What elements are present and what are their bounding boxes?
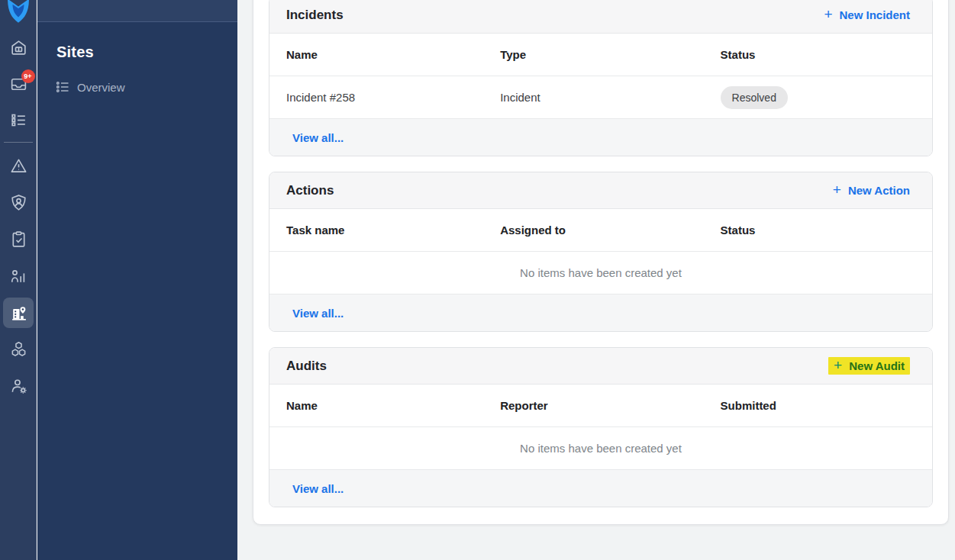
column-header: Type xyxy=(500,48,720,61)
rail-item-guard[interactable] xyxy=(0,187,37,217)
actions-card-header: Actions + New Action xyxy=(269,172,932,209)
cubes-icon xyxy=(9,340,28,359)
incident-row[interactable]: Incident #258 Incident Resolved xyxy=(269,76,932,119)
icon-rail: 9+ xyxy=(0,0,37,560)
rail-item-analytics[interactable] xyxy=(0,260,37,291)
rail-item-assets[interactable] xyxy=(0,333,37,364)
column-header: Status xyxy=(721,48,915,61)
list-icon xyxy=(55,79,70,95)
audits-empty-state: No items have been created yet xyxy=(269,427,932,470)
rail-item-sites[interactable] xyxy=(3,298,34,328)
sidebar-item-overview[interactable]: Overview xyxy=(55,79,237,95)
rail-item-inbox[interactable]: 9+ xyxy=(0,69,37,99)
checklist-icon xyxy=(9,111,28,130)
incident-name: Incident #258 xyxy=(286,91,500,104)
rail-item-home[interactable] xyxy=(0,32,37,63)
incidents-table-header: Name Type Status xyxy=(269,34,932,76)
new-audit-button[interactable]: + New Audit xyxy=(828,357,910,375)
new-incident-button[interactable]: + New Incident xyxy=(824,8,910,22)
audits-card-footer: View all... xyxy=(269,470,932,507)
actions-empty-state: No items have been created yet xyxy=(269,252,932,294)
incidents-card-header: Incidents + New Incident xyxy=(269,0,932,34)
sidebar-item-label: Overview xyxy=(77,81,125,94)
column-header: Submitted xyxy=(721,399,915,412)
actions-table-header: Task name Assigned to Status xyxy=(269,209,932,252)
app-logo[interactable] xyxy=(0,0,37,24)
incident-type: Incident xyxy=(500,91,720,104)
site-overview-panel: Incidents + New Incident Name Type Statu… xyxy=(253,0,949,525)
warning-triangle-icon xyxy=(9,156,28,175)
audits-table-header: Name Reporter Submitted xyxy=(269,385,932,427)
status-badge: Resolved xyxy=(721,86,788,109)
rail-item-warnings[interactable] xyxy=(0,150,37,181)
column-header: Name xyxy=(286,48,500,61)
notification-badge: 9+ xyxy=(21,69,35,83)
actions-card-footer: View all... xyxy=(269,294,932,331)
incidents-card: Incidents + New Incident Name Type Statu… xyxy=(269,0,933,156)
clipboard-check-icon xyxy=(9,230,28,249)
shield-logo-icon xyxy=(5,0,32,24)
audits-card-header: Audits + New Audit xyxy=(269,348,932,385)
rail-divider xyxy=(4,142,33,143)
analytics-icon xyxy=(9,266,28,285)
actions-card: Actions + New Action Task name Assigned … xyxy=(269,172,933,332)
column-header: Task name xyxy=(286,224,500,237)
sidebar-title: Sites xyxy=(56,43,237,61)
audits-view-all-link[interactable]: View all... xyxy=(292,482,344,495)
rail-item-checklist[interactable] xyxy=(0,105,37,135)
sites-building-icon xyxy=(9,304,28,323)
home-icon xyxy=(9,38,28,57)
plus-icon: + xyxy=(834,358,842,372)
sidebar-top-strip xyxy=(37,0,237,22)
sites-sidebar: Sites Overview xyxy=(37,0,237,560)
column-header: Name xyxy=(286,399,500,412)
column-header: Assigned to xyxy=(500,224,720,237)
rail-item-user-settings[interactable] xyxy=(0,370,37,401)
guard-shield-icon xyxy=(9,193,28,212)
rail-item-clipboard[interactable] xyxy=(0,224,37,254)
incidents-card-footer: View all... xyxy=(269,119,932,156)
new-action-button[interactable]: + New Action xyxy=(833,183,910,198)
card-title: Audits xyxy=(286,359,327,374)
card-title: Actions xyxy=(286,183,334,198)
audits-card: Audits + New Audit Name Reporter Submitt… xyxy=(269,347,933,507)
main-content: Incidents + New Incident Name Type Statu… xyxy=(237,0,955,560)
incidents-view-all-link[interactable]: View all... xyxy=(292,131,344,144)
plus-icon: + xyxy=(824,7,832,21)
actions-view-all-link[interactable]: View all... xyxy=(292,307,344,320)
column-header: Reporter xyxy=(500,399,720,412)
plus-icon: + xyxy=(833,182,841,197)
column-header: Status xyxy=(721,224,915,237)
card-title: Incidents xyxy=(286,8,344,23)
user-settings-icon xyxy=(9,376,28,395)
